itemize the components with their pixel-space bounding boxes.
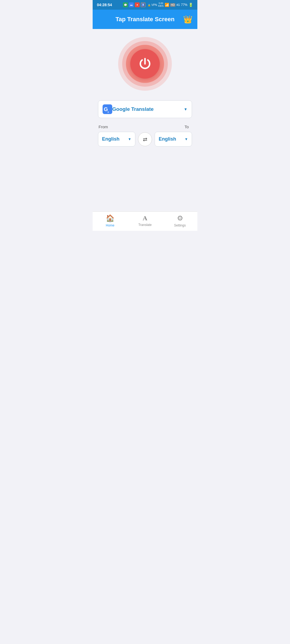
status-battery: 77% <box>181 3 187 7</box>
from-language-dropdown[interactable]: English ▼ <box>98 132 135 147</box>
language-row: English ▼ ⇄ English ▼ <box>98 132 192 147</box>
from-language-arrow: ▼ <box>128 137 131 141</box>
status-4g-icon: 4G <box>176 3 180 6</box>
status-icon-message: 💬 <box>123 2 128 7</box>
from-language-value: English <box>102 136 119 142</box>
settings-icon: ⚙ <box>177 214 183 222</box>
power-icon <box>138 57 152 71</box>
to-label: To <box>184 125 191 129</box>
settings-label: Settings <box>174 224 186 227</box>
to-language-value: English <box>159 136 176 142</box>
status-icon-screen: ▬ <box>129 2 134 7</box>
status-icon-rec: ● <box>135 2 140 7</box>
to-language-arrow: ▼ <box>184 137 188 141</box>
power-toggle-button[interactable] <box>130 49 160 79</box>
status-battery-icon: 🔋 <box>189 3 193 7</box>
status-icon-accessibility: ♿ <box>141 2 146 7</box>
app-title: Tap Translate Screen <box>115 16 175 23</box>
app-header: Tap Translate Screen 👑 <box>93 10 197 29</box>
google-translate-logo: G x <box>103 104 112 114</box>
status-wifi-icon: 📶 <box>165 3 169 7</box>
nav-settings[interactable]: ⚙ Settings <box>162 214 197 227</box>
swap-languages-button[interactable]: ⇄ <box>138 132 152 146</box>
status-time: 04:28:54 <box>97 3 112 7</box>
status-speed: 3.00KB/S <box>158 2 164 8</box>
status-icons: 💬 ▬ ● ♿ 🔒 VPN 3.00KB/S 📶 HD 4G 77% 🔋 <box>123 2 193 8</box>
swap-icon: ⇄ <box>143 136 147 142</box>
translator-name: Google Translate <box>112 106 184 112</box>
bottom-navigation: 🏠 Home A Translate ⚙ Settings <box>93 211 197 231</box>
from-label: From <box>99 125 108 129</box>
translator-selector[interactable]: G x Google Translate ▼ <box>98 100 192 118</box>
translator-dropdown-arrow: ▼ <box>184 107 187 111</box>
nav-home[interactable]: 🏠 Home <box>93 214 128 227</box>
language-section: From To English ▼ ⇄ English ▼ <box>98 125 192 147</box>
status-vpn: 🔒 VPN <box>148 3 157 6</box>
svg-text:x: x <box>107 110 109 114</box>
language-labels: From To <box>98 125 192 129</box>
nav-translate[interactable]: A Translate <box>128 215 162 227</box>
status-hd-icon: HD <box>170 3 175 7</box>
home-icon: 🏠 <box>106 214 114 222</box>
translate-label: Translate <box>138 223 152 227</box>
power-button-container <box>118 37 172 91</box>
premium-crown-icon[interactable]: 👑 <box>183 15 193 24</box>
translate-icon: A <box>143 215 147 222</box>
status-bar: 04:28:54 💬 ▬ ● ♿ 🔒 VPN 3.00KB/S 📶 HD 4G … <box>93 0 197 10</box>
home-label: Home <box>106 224 114 227</box>
main-content: G x Google Translate ▼ From To English ▼… <box>93 29 197 211</box>
to-language-dropdown[interactable]: English ▼ <box>155 132 192 147</box>
